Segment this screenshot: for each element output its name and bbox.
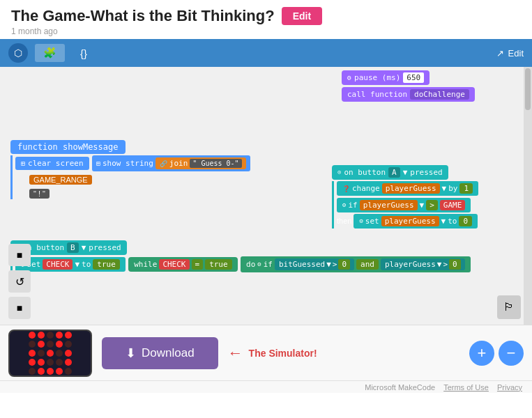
pause-block-group: ⚙ pause (ms) 650 call function doChallen… <box>342 70 524 102</box>
led <box>29 332 36 339</box>
join-block: 🔗 join " Guess 0-" <box>155 157 246 169</box>
page-header: The Game-What is the Bit Thinking? Edit <box>0 0 532 26</box>
led <box>47 350 54 357</box>
set-check-block: ⚙ set CHECK ▼ to true <box>15 257 126 272</box>
page-edit-button[interactable]: Edit <box>282 7 322 25</box>
led <box>29 350 36 357</box>
by-one-val[interactable]: 1 <box>459 183 473 194</box>
led <box>38 359 45 366</box>
tab-blocks[interactable]: 🧩 <box>35 44 65 62</box>
scrollbar-thumb[interactable] <box>525 68 531 110</box>
led <box>38 341 45 348</box>
led <box>47 359 54 366</box>
clear-screen-block: ⊞ clear screen <box>15 157 89 170</box>
player-guess-var2[interactable]: playerGuess <box>360 200 418 210</box>
function-show-message: function showMessage ⊞ clear screen ⊞ sh… <box>10 140 250 199</box>
do-if-block: do ⚙ if bitGuessed ▼ > 0 and playerGuess… <box>241 256 471 272</box>
zero-val2[interactable]: 0 <box>338 259 350 270</box>
led <box>38 350 45 357</box>
led <box>65 332 72 339</box>
led <box>29 341 36 348</box>
while-block: while CHECK = true <box>128 257 237 272</box>
on-button-a-header: ⊙ on button A ▼ pressed <box>332 165 448 180</box>
function-header: function showMessage <box>10 140 126 154</box>
zero-val3[interactable]: 0 <box>449 259 461 270</box>
game-range-var[interactable]: GAME_RANGE <box>29 175 92 185</box>
zero-val[interactable]: 0 <box>459 216 472 226</box>
show-string-block: ⊞ show string 🔗 join " Guess 0-" <box>92 155 250 171</box>
blocks-canvas: ⚙ pause (ms) 650 call function doChallen… <box>0 67 524 325</box>
led <box>47 341 54 348</box>
mute-button[interactable]: ■ <box>8 297 31 319</box>
download-button[interactable]: ⬇ Download <box>102 337 218 369</box>
button-b-val[interactable]: B <box>67 242 79 253</box>
page-meta: 1 month ago <box>0 26 532 39</box>
stamp-icon-button[interactable]: 🏳 <box>497 295 521 319</box>
player-guess-block2: playerGuess ▼ > 0 <box>381 258 465 270</box>
led <box>65 341 72 348</box>
check-var[interactable]: CHECK <box>43 259 73 270</box>
if-player-guess-row: ⚙ if playerGuess ▼ > GAME <box>337 198 471 212</box>
set-player-guess-block: ⚙ set playerGuess ▼ to 0 <box>354 214 478 229</box>
led <box>47 368 54 375</box>
led <box>65 350 72 357</box>
editor-edit-link[interactable]: ↗ Edit <box>496 48 524 59</box>
true-val2[interactable]: true <box>205 259 232 270</box>
led <box>56 341 63 348</box>
zoom-minus-button[interactable]: − <box>499 341 524 366</box>
guess-str[interactable]: " Guess 0-" <box>190 159 241 168</box>
tab-javascript[interactable]: {} <box>72 45 96 62</box>
editor-container: ⬡ 🧩 {} ↗ Edit ⚙ pause (ms) 650 call func… <box>0 39 532 380</box>
led-grid <box>29 332 72 375</box>
game-val[interactable]: GAME <box>440 200 466 210</box>
equals-op: = <box>192 259 204 270</box>
button-b-event: ⊙ on button B ▼ pressed ⚙ set CHECK ▼ to… <box>10 240 471 274</box>
left-arrow-icon: ← <box>228 344 243 362</box>
zoom-buttons: + − <box>469 341 524 366</box>
led <box>29 359 36 366</box>
page-title: The Game-What is the Bit Thinking? <box>11 7 275 25</box>
led <box>56 368 63 375</box>
download-icon: ⬇ <box>126 346 136 361</box>
gt-op: > <box>426 200 438 210</box>
exclaim-str[interactable]: " ! " <box>29 189 50 199</box>
scrollbar[interactable] <box>524 67 532 325</box>
footer-makecode: Microsoft MakeCode <box>365 383 435 392</box>
led <box>29 368 36 375</box>
simulator-label: The Simulator! <box>249 348 317 359</box>
footer-privacy[interactable]: Privacy <box>497 383 522 392</box>
player-guess-var[interactable]: playerGuess <box>382 183 440 194</box>
pause-block: ⚙ pause (ms) 650 <box>342 70 430 85</box>
led <box>56 359 63 366</box>
editor-toolbar: ⬡ 🧩 {} ↗ Edit <box>0 39 532 67</box>
check-var2[interactable]: CHECK <box>159 259 189 270</box>
led <box>65 359 72 366</box>
do-challenge-var[interactable]: doChallenge <box>410 89 469 100</box>
true-val[interactable]: true <box>93 259 120 270</box>
restart-button[interactable]: ↺ <box>8 270 31 293</box>
bottom-bar: ⬇ Download ← The Simulator! + − <box>0 325 532 380</box>
button-a-val[interactable]: A <box>388 167 400 178</box>
page-footer: Microsoft MakeCode Terms of Use Privacy <box>0 380 532 393</box>
external-link-icon: ↗ <box>496 48 504 59</box>
button-a-event: ⊙ on button A ▼ pressed ❓ change playerG… <box>332 164 524 229</box>
then-set-row: then ⚙ set playerGuess ▼ to 0 <box>337 214 478 229</box>
footer-terms[interactable]: Terms of Use <box>443 383 489 392</box>
call-function-block: call function doChallenge <box>342 87 475 102</box>
if-block: ⚙ if playerGuess ▼ > GAME <box>337 198 471 212</box>
led <box>56 350 63 357</box>
and-kw: and <box>356 259 379 270</box>
side-buttons: ■ ↺ ■ <box>8 244 31 319</box>
stamp-button: 🏳 <box>497 295 521 319</box>
zoom-plus-button[interactable]: + <box>469 341 494 366</box>
led <box>56 332 63 339</box>
led <box>65 368 72 375</box>
led <box>38 368 45 375</box>
player-guess-var3[interactable]: playerGuess <box>381 216 439 226</box>
bit-guessed-block: bitGuessed ▼ > 0 <box>275 258 354 270</box>
sim-icon: ⬡ <box>8 43 28 63</box>
change-player-guess-block: ❓ change playerGuess ▼ by 1 <box>337 181 478 196</box>
pause-val[interactable]: 650 <box>403 72 424 83</box>
stop-button[interactable]: ■ <box>8 244 31 266</box>
simulator-label-group: ← The Simulator! <box>228 344 317 362</box>
